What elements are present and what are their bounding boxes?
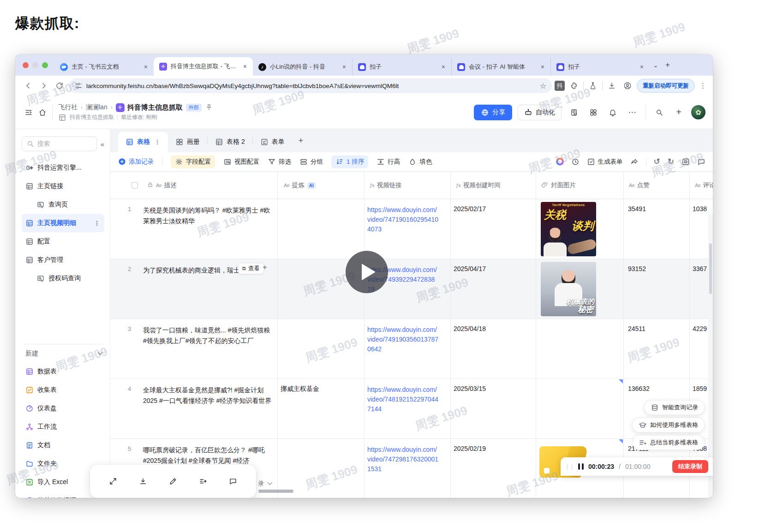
cell-video-date[interactable]: 2025/04/18 xyxy=(454,325,486,332)
view-tab-2[interactable]: 画册 xyxy=(168,132,207,152)
doc-title[interactable]: 抖音博主信息抓取 xyxy=(127,103,183,112)
sidebar-item-3[interactable]: 查询页 xyxy=(22,195,104,214)
view-tab-3[interactable]: 表格 2 xyxy=(208,132,252,152)
sidebar-search-input[interactable]: 搜索 xyxy=(22,136,97,151)
user-avatar[interactable]: ✿ xyxy=(691,105,705,119)
sidebar-item-1[interactable]: 抖音运营引擎... xyxy=(22,159,104,177)
cell-video-link[interactable]: https://www.douyin.com/video/74819215229… xyxy=(367,385,447,414)
cover-image-tariff[interactable]: Tariff Negotiations 关税 谈判 xyxy=(541,202,596,256)
cell-likes[interactable]: 136632 xyxy=(628,385,650,392)
browser-tab-4[interactable]: 扣子 × xyxy=(352,58,451,76)
share-button[interactable]: 分享 xyxy=(474,105,512,120)
sidebar-item-2[interactable]: 主页链接 xyxy=(22,177,104,195)
reload-icon[interactable] xyxy=(53,79,66,92)
close-tab-icon[interactable]: × xyxy=(143,63,149,71)
view-config-button[interactable]: 视图配置 xyxy=(223,158,259,166)
item-menu-icon[interactable]: ⋮ xyxy=(94,219,101,227)
transcript-icon[interactable] xyxy=(199,477,207,485)
sort-button[interactable]: 1 排序 xyxy=(331,155,368,168)
undo-icon[interactable]: ↺ xyxy=(654,157,660,166)
cell-likes[interactable]: 35491 xyxy=(628,205,646,213)
more-icon[interactable]: ⋯ xyxy=(625,106,639,119)
notification-bell-icon[interactable] xyxy=(606,106,620,119)
drag-handle-icon[interactable]: ⋮⋮ xyxy=(564,463,574,470)
cell-video-link[interactable]: https://www.douyin.com/video/74919035601… xyxy=(367,325,447,354)
column-header-5[interactable]: 封面图片 xyxy=(541,172,576,199)
sidebar-item-7[interactable]: 授权码查询 xyxy=(22,269,104,288)
douyin-extension-icon[interactable]: 抖 xyxy=(555,81,565,91)
address-bar[interactable]: larkcommunity.feishu.cn/base/WhBzbSwwqaD… xyxy=(69,78,552,93)
new-tab-button[interactable]: + xyxy=(662,60,674,70)
close-tab-icon[interactable]: × xyxy=(242,63,248,70)
select-all-checkbox[interactable] xyxy=(131,172,138,199)
column-header-4[interactable]: ƒx视频创建时间 xyxy=(456,172,501,199)
sidebar-toggle-icon[interactable] xyxy=(22,106,36,119)
minimize-window-button[interactable] xyxy=(32,62,38,68)
labs-flask-icon[interactable] xyxy=(586,79,599,92)
cell-comments[interactable]: 1859 xyxy=(693,385,707,392)
comment-icon[interactable] xyxy=(697,158,705,166)
fit-view-icon[interactable] xyxy=(681,158,690,166)
view-tab-4[interactable]: 表单 xyxy=(253,132,292,152)
add-view-button[interactable]: + xyxy=(292,136,310,146)
view-tab-1[interactable]: 表格⋮ xyxy=(118,132,168,152)
assistant-chip-2[interactable]: 如何使用多维表格 xyxy=(632,418,705,432)
sidebar-item-6[interactable]: 客户管理 xyxy=(22,251,104,269)
cell-comments[interactable]: 1038 xyxy=(693,205,707,213)
site-settings-icon[interactable] xyxy=(74,82,83,90)
breadcrumb-space[interactable]: 飞行社 xyxy=(58,103,78,112)
close-window-button[interactable] xyxy=(23,62,29,68)
field-config-button[interactable]: 字段配置 xyxy=(171,155,215,168)
breadcrumb-folder[interactable]: 澜澜lan xyxy=(86,103,108,112)
cell-video-link[interactable]: https://www.douyin.com/video/74729817632… xyxy=(367,445,447,474)
video-play-button[interactable] xyxy=(346,251,388,293)
bookmark-star-icon[interactable]: ☆ xyxy=(540,82,546,90)
browser-tab-5[interactable]: 会议 - 扣子 AI 智能体 × xyxy=(451,58,550,76)
share-view-icon[interactable] xyxy=(630,158,639,166)
form-record-icon[interactable] xyxy=(567,106,581,119)
cell-description[interactable]: 我尝了一口猫粮，味道竟然... #领先烘焙猫粮#领先换我上厂#领先了不起的安心工… xyxy=(143,325,273,346)
new-item-2[interactable]: 收集表 xyxy=(22,381,104,399)
redo-icon[interactable]: ↻ xyxy=(668,157,674,166)
cover-image-watch[interactable]: 机械表的 秘密 xyxy=(541,262,596,316)
new-section-header[interactable]: 新建 xyxy=(25,349,104,358)
cell-comments[interactable]: 4229 xyxy=(693,325,707,332)
fill-color-button[interactable]: 填色 xyxy=(408,158,432,166)
annotate-pen-icon[interactable] xyxy=(169,477,177,485)
cell-video-link[interactable]: https://www.douyin.com/video/74719016029… xyxy=(367,205,447,234)
cell-description[interactable]: 全球最大主权基金竟然是挪威?! #掘金计划 2025 #一口气看懂经济学 #经济… xyxy=(143,385,273,406)
automation-button[interactable]: 自动化 xyxy=(518,105,562,120)
tab-list-chevron-icon[interactable]: ⌄ xyxy=(650,62,662,69)
cell-refine[interactable]: 挪威主权基金 xyxy=(281,385,359,393)
column-header-3[interactable]: ƒx视频链接 xyxy=(370,172,402,199)
collapse-sidebar-icon[interactable]: « xyxy=(101,140,104,148)
filter-button[interactable]: 筛选 xyxy=(268,158,291,166)
comment-bubble-icon[interactable] xyxy=(229,477,237,485)
cell-likes[interactable]: 93152 xyxy=(628,265,646,272)
browser-tab-6[interactable]: 扣子 × xyxy=(550,58,650,76)
close-tab-icon[interactable]: × xyxy=(639,63,645,71)
close-tab-icon[interactable]: × xyxy=(341,63,347,71)
search-icon[interactable] xyxy=(652,106,666,119)
sidebar-item-4[interactable]: 主页视频明细⋮ xyxy=(22,214,104,232)
assistant-chip-1[interactable]: 智能查询记录 xyxy=(644,400,705,415)
sidebar-item-5[interactable]: 配置 xyxy=(22,232,104,251)
group-button[interactable]: 分组 xyxy=(299,158,323,166)
pin-icon[interactable] xyxy=(205,103,213,112)
profile-icon[interactable] xyxy=(621,79,634,92)
close-tab-icon[interactable]: × xyxy=(440,63,447,71)
close-tab-icon[interactable]: × xyxy=(539,63,546,71)
column-header-6[interactable]: A≡点赞 xyxy=(629,172,650,199)
table-row-3[interactable]: 3 我尝了一口猫粮，味道竟然... #领先烘焙猫粮#领先换我上厂#领先了不起的安… xyxy=(110,319,713,379)
update-browser-button[interactable]: 重新启动即可更新 xyxy=(637,79,695,93)
view-menu-icon[interactable]: ⋮ xyxy=(154,138,161,146)
cell-video-date[interactable]: 2025/04/17 xyxy=(454,265,486,272)
download-icon[interactable] xyxy=(139,477,147,485)
column-header-1[interactable]: A≡描述 xyxy=(147,172,177,199)
row-height-button[interactable]: 行高 xyxy=(377,158,400,166)
column-header-2[interactable]: A≡提炼AI xyxy=(284,172,316,199)
generate-form-button[interactable]: 生成表单 xyxy=(587,158,623,166)
view-record-button[interactable]: ⧉查看 xyxy=(238,263,264,274)
add-record-button[interactable]: 添加记录 xyxy=(118,158,154,166)
new-item-4[interactable]: 工作流 xyxy=(22,418,104,436)
